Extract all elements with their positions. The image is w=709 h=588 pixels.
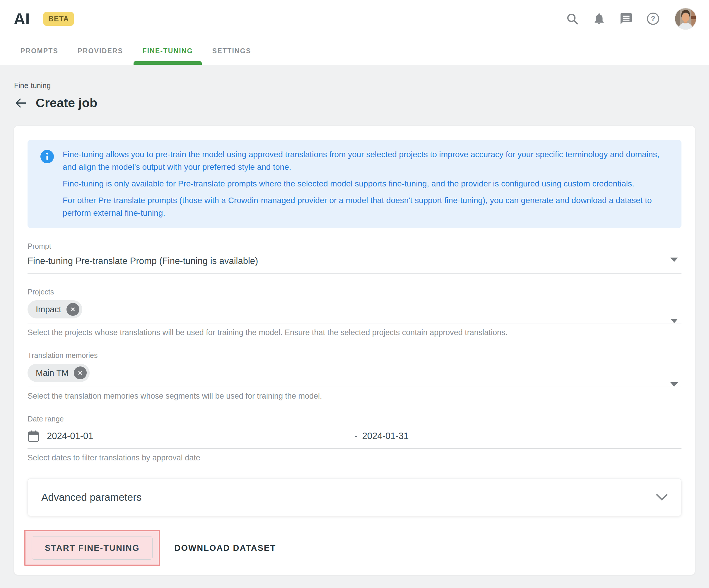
projects-label: Projects <box>28 288 681 296</box>
translation-memories-select[interactable]: Main TM <box>28 364 681 387</box>
date-range-field: Date range 2024-01-01 - 2024-01-31 Selec… <box>28 415 681 463</box>
prompt-field: Prompt Fine-tuning Pre-translate Promp (… <box>28 242 681 274</box>
actions-row: START FINE-TUNING DOWNLOAD DATASET <box>28 530 681 566</box>
page-content: Fine-tuning Create job Fine-tuning allow… <box>0 65 709 575</box>
title-row: Create job <box>14 96 695 110</box>
date-end-input[interactable]: 2024-01-31 <box>362 431 409 441</box>
create-job-card: Fine-tuning allows you to pre-train the … <box>14 126 695 575</box>
translation-memories-field: Translation memories Main TM Select the … <box>28 351 681 401</box>
notifications-icon[interactable] <box>593 12 606 25</box>
prompt-label: Prompt <box>28 242 681 251</box>
start-fine-tuning-button[interactable]: START FINE-TUNING <box>32 536 153 560</box>
projects-helper: Select the projects whose translations w… <box>28 328 681 337</box>
projects-select[interactable]: Impact <box>28 300 681 324</box>
tab-fine-tuning[interactable]: FINE-TUNING <box>142 37 193 65</box>
action-highlight-box: START FINE-TUNING <box>24 530 160 566</box>
advanced-parameters-label: Advanced parameters <box>41 492 141 503</box>
app-header: AI BETA ? <box>0 0 709 65</box>
help-icon[interactable]: ? <box>646 12 660 25</box>
chip-label: Main TM <box>36 368 69 378</box>
date-range-label: Date range <box>28 415 681 423</box>
info-paragraph: For other Pre-translate prompts (those w… <box>63 194 668 219</box>
app-logo: AI <box>14 10 30 28</box>
tab-prompts[interactable]: PROMPTS <box>21 37 58 65</box>
close-icon <box>77 370 83 376</box>
advanced-parameters-toggle[interactable]: Advanced parameters <box>28 478 681 516</box>
chip-remove-button[interactable] <box>74 366 87 379</box>
back-arrow-icon[interactable] <box>14 96 28 110</box>
chip-remove-button[interactable] <box>67 303 79 316</box>
calendar-icon <box>28 430 39 443</box>
chevron-down-icon[interactable] <box>671 382 678 387</box>
brand: AI BETA <box>14 10 74 28</box>
download-dataset-button[interactable]: DOWNLOAD DATASET <box>174 543 276 553</box>
beta-badge: BETA <box>43 12 74 26</box>
date-range-helper: Select dates to filter translations by a… <box>28 453 681 463</box>
tab-settings[interactable]: SETTINGS <box>212 37 251 65</box>
translation-memories-helper: Select the translation memories whose se… <box>28 392 681 401</box>
info-paragraph: Fine-tuning is only available for Pre-tr… <box>63 177 668 190</box>
prompt-select[interactable]: Fine-tuning Pre-translate Promp (Fine-tu… <box>28 256 681 274</box>
close-icon <box>70 306 76 312</box>
date-range-row: 2024-01-01 - 2024-01-31 <box>28 430 681 449</box>
header-top: AI BETA ? <box>0 0 709 37</box>
date-separator: - <box>354 431 358 441</box>
info-box: Fine-tuning allows you to pre-train the … <box>28 140 681 228</box>
info-paragraph: Fine-tuning allows you to pre-train the … <box>63 148 668 173</box>
tm-chip: Main TM <box>28 364 89 382</box>
translation-memories-label: Translation memories <box>28 351 681 360</box>
main-tabs: PROMPTS PROVIDERS FINE-TUNING SETTINGS <box>0 37 709 65</box>
info-text: Fine-tuning allows you to pre-train the … <box>63 148 668 219</box>
user-avatar[interactable] <box>675 8 697 30</box>
breadcrumb[interactable]: Fine-tuning <box>14 65 51 90</box>
chip-label: Impact <box>36 305 61 314</box>
tab-providers[interactable]: PROVIDERS <box>78 37 123 65</box>
messages-icon[interactable] <box>620 12 633 25</box>
chevron-down-icon[interactable] <box>671 319 678 323</box>
date-start-input[interactable]: 2024-01-01 <box>28 430 354 443</box>
header-icons: ? <box>566 8 697 30</box>
chevron-down-icon <box>656 494 668 501</box>
page-title: Create job <box>36 96 97 110</box>
info-icon <box>41 150 54 163</box>
search-icon[interactable] <box>566 12 579 25</box>
date-start-value: 2024-01-01 <box>47 431 94 441</box>
chevron-down-icon[interactable] <box>671 257 678 262</box>
svg-text:?: ? <box>651 15 655 23</box>
project-chip: Impact <box>28 300 82 318</box>
projects-field: Projects Impact Select the projects whos… <box>28 288 681 337</box>
